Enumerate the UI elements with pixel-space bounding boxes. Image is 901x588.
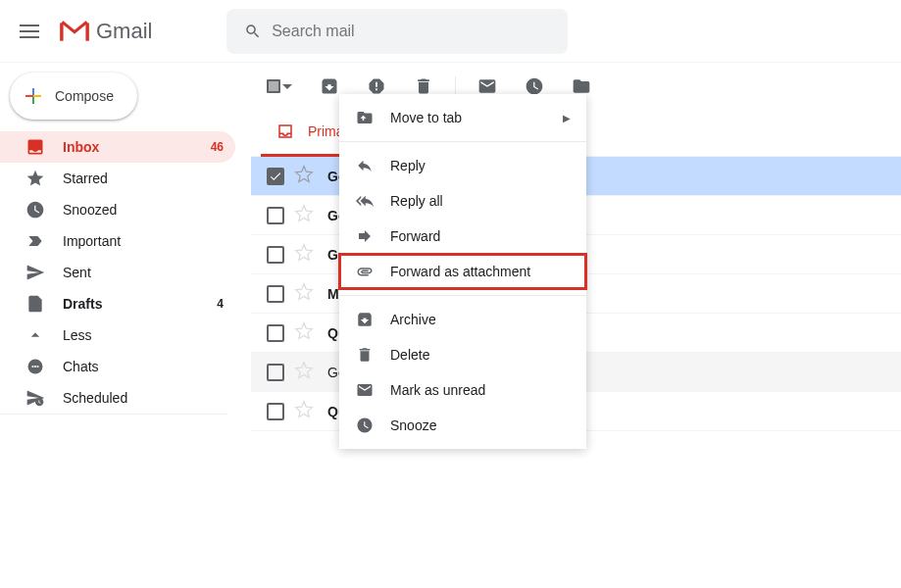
sidebar-item-label: Scheduled [63, 390, 224, 406]
draft-icon [25, 294, 45, 314]
row-checkbox[interactable] [267, 403, 284, 420]
primary-tab-icon [276, 122, 294, 140]
menu-label: Move to tab [390, 110, 547, 125]
clock-icon [355, 416, 375, 435]
move-button[interactable] [572, 76, 591, 96]
search-icon [244, 22, 262, 41]
sidebar-item-label: Drafts [63, 296, 217, 312]
menu-delete[interactable]: Delete [339, 337, 586, 372]
spam-button[interactable] [367, 76, 386, 96]
menu-label: Reply all [390, 193, 571, 209]
svg-point-4 [34, 366, 36, 368]
star-button[interactable] [294, 361, 314, 383]
svg-rect-0 [60, 23, 63, 40]
star-button[interactable] [294, 243, 314, 266]
sidebar-item-inbox[interactable]: Inbox 46 [0, 131, 235, 163]
context-menu: Move to tab ▶ Reply Reply all Forward Fo… [339, 94, 586, 449]
star-button[interactable] [294, 400, 314, 422]
plus-icon [22, 84, 45, 108]
sidebar-item-less[interactable]: Less [0, 319, 235, 351]
unread-icon [477, 76, 497, 96]
spam-icon [367, 76, 386, 96]
menu-snooze[interactable]: Snooze [339, 408, 586, 443]
sidebar-item-count: 4 [217, 297, 224, 311]
menu-reply[interactable]: Reply [339, 148, 586, 183]
row-checkbox[interactable] [267, 168, 284, 185]
delete-button[interactable] [414, 76, 433, 96]
attachment-icon [355, 262, 375, 281]
sidebar-item-count: 46 [211, 140, 224, 154]
divider [339, 141, 586, 142]
menu-forward[interactable]: Forward [339, 219, 586, 254]
compose-label: Compose [55, 88, 114, 104]
menu-label: Reply [390, 158, 571, 173]
sidebar-item-label: Less [63, 327, 224, 343]
logo-area: Gmail [59, 19, 152, 44]
sidebar-item-starred[interactable]: Starred [0, 163, 235, 194]
sidebar-item-label: Sent [63, 265, 224, 280]
sidebar-item-drafts[interactable]: Drafts 4 [0, 288, 235, 319]
menu-mark-unread[interactable]: Mark as unread [339, 372, 586, 408]
sidebar-item-chats[interactable]: Chats [0, 351, 235, 382]
sidebar-item-scheduled[interactable]: Scheduled [0, 382, 235, 414]
star-outline-icon [294, 282, 314, 302]
star-outline-icon [294, 361, 314, 380]
main-area: Compose Inbox 46 Starred Snoozed Importa… [0, 63, 901, 588]
sidebar-item-important[interactable]: Important [0, 225, 235, 257]
clock-icon [25, 200, 45, 220]
inbox-icon [25, 137, 45, 157]
divider [455, 76, 456, 96]
important-icon [25, 231, 45, 251]
star-outline-icon [294, 165, 314, 184]
star-outline-icon [294, 243, 314, 263]
star-button[interactable] [294, 165, 314, 187]
row-checkbox[interactable] [267, 324, 284, 342]
sidebar-item-label: Inbox [63, 139, 211, 155]
trash-icon [414, 76, 433, 96]
folder-icon [572, 76, 591, 96]
archive-icon [355, 310, 375, 329]
select-checkbox-icon [267, 79, 280, 93]
select-dropdown[interactable] [267, 79, 292, 93]
archive-button[interactable] [320, 76, 339, 96]
divider [0, 414, 227, 415]
star-outline-icon [294, 321, 314, 341]
star-outline-icon [294, 204, 314, 223]
row-checkbox[interactable] [267, 207, 284, 224]
search-input[interactable] [272, 23, 560, 40]
row-checkbox[interactable] [267, 285, 284, 303]
compose-button[interactable]: Compose [10, 73, 137, 120]
row-checkbox[interactable] [267, 364, 284, 381]
sidebar-item-snoozed[interactable]: Snoozed [0, 194, 235, 225]
divider [339, 295, 586, 296]
trash-icon [355, 345, 375, 365]
dropdown-arrow-icon [282, 84, 292, 89]
chevron-up-icon [25, 325, 45, 345]
search-box[interactable] [226, 9, 568, 54]
star-button[interactable] [294, 282, 314, 305]
reply-icon [355, 156, 375, 175]
archive-icon [320, 76, 339, 96]
star-button[interactable] [294, 321, 314, 344]
star-button[interactable] [294, 204, 314, 226]
sidebar-item-sent[interactable]: Sent [0, 257, 235, 288]
content-area: Prima Go Go Go Ma [251, 63, 901, 588]
snooze-button[interactable] [525, 76, 544, 96]
app-title: Gmail [96, 19, 152, 44]
row-checkbox[interactable] [267, 246, 284, 264]
scheduled-icon [25, 388, 45, 408]
check-icon [269, 170, 282, 183]
svg-point-6 [35, 398, 43, 406]
menu-archive[interactable]: Archive [339, 302, 586, 337]
search-container [226, 9, 568, 54]
menu-forward-as-attachment[interactable]: Forward as attachment [339, 254, 586, 289]
menu-move-to-tab[interactable]: Move to tab ▶ [339, 100, 586, 135]
menu-reply-all[interactable]: Reply all [339, 183, 586, 219]
mark-unread-button[interactable] [477, 76, 497, 96]
main-menu-button[interactable] [8, 13, 51, 50]
gmail-logo-icon [59, 20, 90, 43]
sidebar-item-label: Chats [63, 359, 224, 374]
star-outline-icon [294, 400, 314, 419]
chats-icon [25, 357, 45, 376]
menu-label: Mark as unread [390, 382, 571, 398]
